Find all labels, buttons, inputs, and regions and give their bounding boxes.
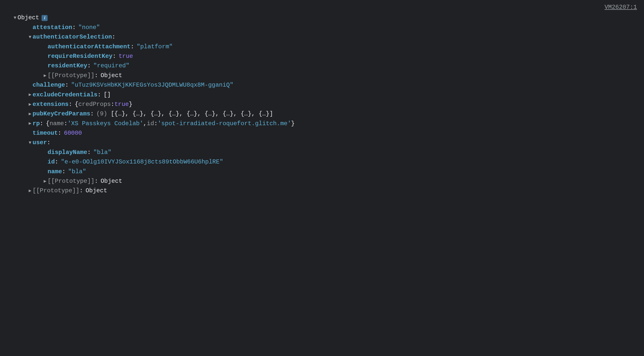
prop-value: "bla" (68, 167, 86, 176)
brace-open: { (46, 119, 49, 128)
chevron-right-icon[interactable] (28, 110, 33, 118)
prop-value: "platform" (137, 42, 173, 52)
prop-rp[interactable]: rp: {name: 'XS Passkeys Codelab', id: 's… (5, 119, 639, 128)
inline-value: 'spot-irradiated-roquefort.glitch.me' (158, 119, 291, 128)
prop-key: attestation (33, 23, 72, 32)
prop-value: "required" (93, 61, 129, 71)
prop-key: rp (33, 119, 40, 128)
prop-user-display-name[interactable]: displayName: "bla" (5, 148, 639, 157)
prop-prototype[interactable]: [[Prototype]]: Object (5, 186, 639, 196)
prop-key: [[Prototype]] (48, 176, 94, 186)
prop-value: Object (101, 176, 122, 186)
prop-extensions[interactable]: extensions: {credProps: true} (5, 100, 639, 109)
prop-key: timeout (33, 128, 58, 138)
prop-authenticator-selection[interactable]: authenticatorSelection: (5, 32, 639, 42)
prop-key: extensions (33, 100, 69, 109)
chevron-right-icon[interactable] (43, 72, 48, 79)
prop-exclude-credentials[interactable]: excludeCredentials: [] (5, 90, 639, 100)
array-count: (9) (96, 109, 107, 119)
prop-authenticator-attachment[interactable]: authenticatorAttachment: "platform" (5, 42, 639, 52)
array-preview: [{…}, {…}, {…}, {…}, {…}, {…}, {…}, {…},… (111, 109, 273, 119)
prop-value: Object (101, 71, 122, 80)
brace-close: } (129, 100, 132, 109)
prop-value: 60000 (64, 128, 82, 138)
inline-key: id (147, 119, 154, 128)
prop-key: residentKey (48, 61, 87, 71)
prop-value: "uTuz9KSVsHbKKjKKFEGsYos3JQDMLWU8qx8M-gg… (71, 80, 233, 90)
prop-key: displayName (48, 148, 87, 157)
prop-attestation[interactable]: attestation: "none" (5, 23, 639, 32)
prop-value: true (119, 52, 133, 61)
prop-key: [[Prototype]] (48, 71, 94, 80)
comma: , (143, 119, 147, 128)
prop-user[interactable]: user: (5, 138, 639, 147)
prop-require-resident-key[interactable]: requireResidentKey: true (5, 52, 639, 61)
inline-key: credProps (78, 100, 111, 109)
chevron-down-icon[interactable] (28, 139, 33, 146)
prop-key: excludeCredentials (33, 90, 97, 100)
chevron-right-icon[interactable] (43, 178, 48, 185)
prop-user-id[interactable]: id: "e-e0-OOlg10IVYJSox1168j8cts89tObbW6… (5, 157, 639, 167)
brace-open: { (75, 100, 78, 109)
prop-prototype[interactable]: [[Prototype]]: Object (5, 176, 639, 186)
prop-value: [] (104, 90, 111, 100)
inline-value: true (114, 100, 129, 109)
prop-value: "bla" (93, 148, 111, 157)
prop-challenge[interactable]: challenge: "uTuz9KSVsHbKKjKKFEGsYos3JQDM… (5, 80, 639, 90)
chevron-down-icon[interactable] (28, 34, 33, 41)
prop-value: "none" (78, 23, 100, 32)
prop-key: id (48, 157, 55, 167)
prop-pubkey-cred-params[interactable]: pubKeyCredParams: (9) [{…}, {…}, {…}, {…… (5, 109, 639, 119)
info-icon[interactable]: i (42, 15, 48, 21)
prop-prototype[interactable]: [[Prototype]]: Object (5, 71, 639, 80)
chevron-right-icon[interactable] (28, 91, 33, 98)
prop-value: "e-e0-OOlg10IVYJSox1168j8cts89tObbW66U6h… (61, 157, 223, 167)
prop-key: authenticatorSelection (33, 32, 112, 42)
prop-key: requireResidentKey (48, 52, 112, 61)
prop-user-name[interactable]: name: "bla" (5, 167, 639, 176)
brace-close: } (291, 119, 295, 128)
chevron-right-icon[interactable] (28, 101, 33, 108)
prop-timeout[interactable]: timeout: 60000 (5, 128, 639, 138)
prop-resident-key[interactable]: residentKey: "required" (5, 61, 639, 71)
chevron-right-icon[interactable] (28, 120, 33, 127)
prop-key: [[Prototype]] (33, 186, 79, 196)
inline-key: name (50, 119, 64, 128)
source-link[interactable]: VM26207:1 (5, 3, 639, 12)
prop-key: challenge (33, 80, 65, 90)
prop-key: user (33, 138, 47, 147)
chevron-right-icon[interactable] (28, 187, 33, 195)
prop-key: pubKeyCredParams (33, 109, 90, 119)
prop-value: Object (86, 186, 107, 196)
prop-key: name (48, 167, 62, 176)
inline-value: 'XS Passkeys Codelab' (68, 119, 143, 128)
prop-key: authenticatorAttachment (48, 42, 130, 52)
chevron-down-icon[interactable] (13, 14, 18, 22)
object-label: Object (18, 13, 39, 23)
object-root-row[interactable]: Object i (5, 13, 639, 23)
